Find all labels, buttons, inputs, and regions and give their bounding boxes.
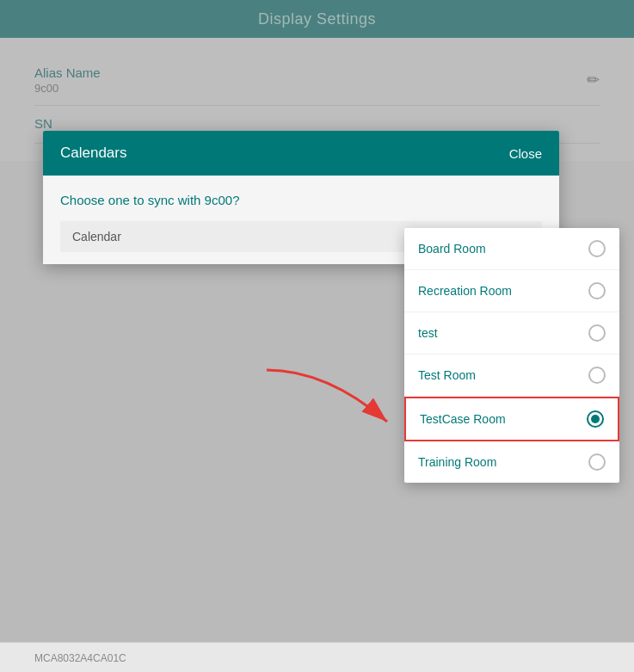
modal-header: Calendars Close: [43, 131, 559, 176]
option-label-board-room: Board Room: [418, 242, 486, 256]
option-test[interactable]: test: [404, 312, 619, 354]
arrow-svg: [241, 361, 413, 447]
radio-inner-testcase: [591, 415, 600, 423]
modal-title: Calendars: [60, 145, 127, 162]
radio-training-room[interactable]: [588, 453, 606, 471]
bottom-bar: MCA8032A4CA01C: [0, 642, 634, 672]
calendar-field-label: Calendar: [72, 230, 121, 244]
option-label-recreation-room: Recreation Room: [418, 284, 512, 298]
radio-testcase-room[interactable]: [587, 410, 604, 428]
modal-question: Choose one to sync with 9c00?: [60, 193, 542, 207]
option-label-test-room: Test Room: [418, 368, 476, 382]
option-testcase-room[interactable]: TestCase Room: [404, 397, 619, 441]
option-test-room[interactable]: Test Room: [404, 354, 619, 397]
dropdown-panel: Board Room Recreation Room test Test Roo…: [404, 228, 619, 483]
option-training-room[interactable]: Training Room: [404, 441, 619, 483]
radio-test[interactable]: [588, 324, 606, 342]
radio-recreation-room[interactable]: [588, 282, 606, 299]
device-id: MCA8032A4CA01C: [34, 652, 126, 664]
close-button[interactable]: Close: [509, 146, 542, 161]
option-label-testcase-room: TestCase Room: [420, 412, 506, 426]
option-recreation-room[interactable]: Recreation Room: [404, 270, 619, 312]
radio-board-room[interactable]: [588, 240, 606, 257]
arrow-indicator: [241, 361, 413, 451]
option-board-room[interactable]: Board Room: [404, 228, 619, 270]
option-label-test: test: [418, 326, 438, 340]
radio-test-room[interactable]: [588, 367, 606, 384]
option-label-training-room: Training Room: [418, 455, 496, 469]
